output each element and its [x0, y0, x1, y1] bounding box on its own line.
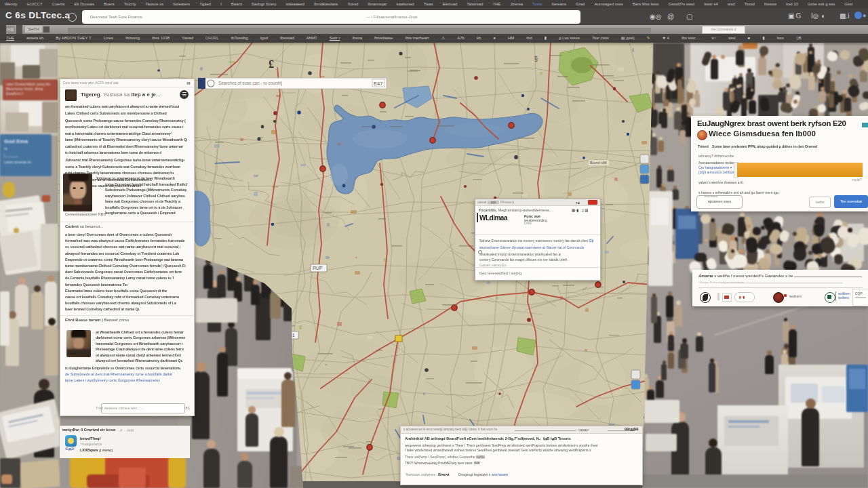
svg-text:Searches of suse can - ru: Searches of suse can - ru countrij	[218, 81, 282, 86]
svg-text:RUP: RUP	[313, 266, 323, 270]
svg-text:E47: E47	[374, 81, 382, 87]
svg-text:Besrwl s88: Besrwl s88	[590, 161, 607, 165]
svg-text:§: §	[534, 56, 538, 62]
svg-text:£: £	[269, 58, 274, 70]
